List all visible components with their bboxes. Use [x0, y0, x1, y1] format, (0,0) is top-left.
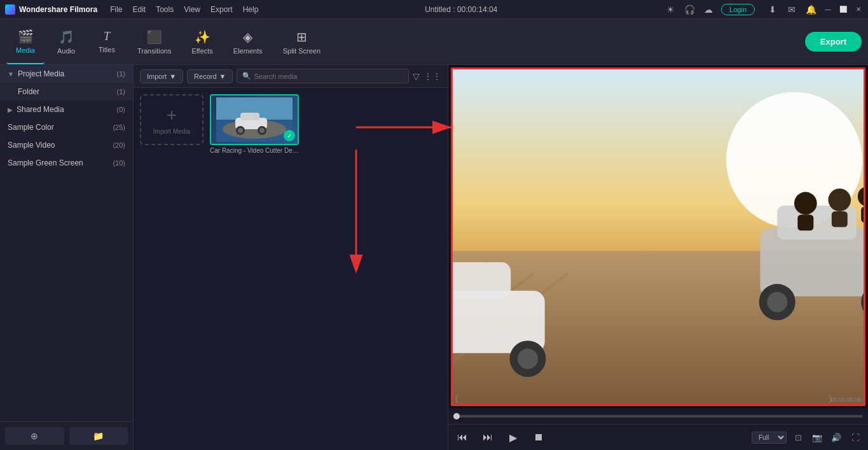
- svg-rect-27: [861, 207, 864, 223]
- export-button[interactable]: Export: [805, 32, 862, 52]
- media-thumb-inner: ✓: [211, 95, 298, 144]
- sample-color-label: Sample Color: [8, 123, 54, 132]
- preview-controls: ⏮ ⏭ ▶ ⏹ Full 75% 50% 25% ⊡ 📷 🔊 ⛶: [448, 424, 868, 450]
- fullscreen-button[interactable]: ⛶: [848, 430, 863, 445]
- toolbar-elements-label: Elements: [233, 47, 263, 55]
- toolbar: 🎬 Media 🎵 Audio T Titles ⬛ Transitions ✨…: [0, 19, 868, 65]
- notification-icon[interactable]: 🔔: [804, 3, 817, 16]
- toolbar-titles[interactable]: T Titles: [88, 19, 126, 64]
- sidebar-item-sample-color[interactable]: Sample Color (25): [0, 118, 133, 136]
- app-title: Wondershare Filmora: [19, 5, 97, 14]
- media-content: + Import Media: [134, 88, 448, 450]
- transitions-icon: ⬛: [146, 29, 162, 45]
- project-media-count: (1): [117, 70, 125, 78]
- sidebar-item-sample-video[interactable]: Sample Video (20): [0, 136, 133, 154]
- screenshot-button[interactable]: 📷: [809, 430, 825, 445]
- toolbar-transitions[interactable]: ⬛ Transitions: [128, 19, 180, 64]
- record-button[interactable]: Record ▼: [187, 69, 233, 83]
- thumb-car-svg: [216, 97, 293, 142]
- svg-point-33: [518, 349, 538, 369]
- project-media-label: Project Media: [18, 69, 64, 78]
- prev-frame-button[interactable]: ⏮: [453, 428, 471, 446]
- cloud-icon[interactable]: ☁: [702, 3, 715, 16]
- folder-count: (1): [117, 88, 125, 95]
- import-button[interactable]: Import ▼: [140, 69, 183, 83]
- media-icon: 🎬: [18, 29, 34, 44]
- media-item[interactable]: ✓ Car Racing - Video Cutter Demo: [210, 94, 299, 154]
- menu-bar: File Edit Tools View Export Help: [110, 5, 258, 14]
- sidebar-item-folder[interactable]: Folder (1): [0, 83, 133, 101]
- top-icons: ☀ 🎧 ☁ Login ⬇ ✉ 🔔 — ⬜ ✕: [664, 3, 863, 16]
- toolbar-splitscreen[interactable]: ⊞ Split Screen: [274, 19, 329, 64]
- preview-timeline[interactable]: [448, 409, 868, 424]
- svg-point-8: [259, 128, 265, 133]
- menu-file[interactable]: File: [110, 5, 122, 14]
- toolbar-media[interactable]: 🎬 Media: [6, 19, 45, 64]
- record-label: Record: [194, 73, 216, 80]
- folder-label: Folder: [18, 87, 39, 96]
- sidebar-item-sample-green[interactable]: Sample Green Screen (10): [0, 154, 133, 172]
- media-checked-icon: ✓: [284, 130, 295, 141]
- panel-import-folder-button[interactable]: 📁: [69, 427, 128, 445]
- svg-rect-23: [797, 214, 813, 230]
- toolbar-audio-label: Audio: [57, 47, 75, 55]
- time-bracket-left: {: [455, 394, 458, 403]
- sample-video-label: Sample Video: [8, 141, 55, 150]
- panel-bottom: ⊕ 📁: [0, 421, 133, 450]
- headphone-icon[interactable]: 🎧: [683, 3, 696, 16]
- logo-icon: [5, 4, 15, 15]
- svg-point-22: [794, 192, 817, 215]
- title-bar: Wondershare Filmora File Edit Tools View…: [0, 0, 868, 19]
- sample-green-count: (10): [113, 159, 125, 167]
- login-button[interactable]: Login: [721, 4, 755, 15]
- import-media-area[interactable]: + Import Media: [140, 94, 203, 145]
- zoom-select[interactable]: Full 75% 50% 25%: [752, 432, 787, 444]
- menu-edit[interactable]: Edit: [132, 5, 146, 14]
- filter-icon[interactable]: ▽: [413, 71, 420, 81]
- shared-media-count: (0): [117, 106, 125, 113]
- media-panel: Import ▼ Record ▼ 🔍 ▽ ⋮⋮ + Import Media: [134, 65, 448, 450]
- maximize-button[interactable]: ⬜: [839, 5, 848, 14]
- media-toolbar: Import ▼ Record ▼ 🔍 ▽ ⋮⋮: [134, 65, 448, 88]
- main-content: ▼ Project Media (1) Folder (1) ▶ Shared …: [0, 65, 868, 450]
- step-back-button[interactable]: ⏭: [479, 428, 497, 446]
- toolbar-effects[interactable]: ✨ Effects: [183, 19, 221, 64]
- play-button[interactable]: ▶: [504, 428, 522, 446]
- toolbar-splitscreen-label: Split Screen: [283, 47, 320, 55]
- media-thumbnail: ✓: [210, 94, 299, 145]
- menu-help[interactable]: Help: [243, 5, 259, 14]
- plus-icon: +: [167, 105, 177, 125]
- import-label: Import: [147, 73, 167, 80]
- sidebar-item-shared-media[interactable]: ▶ Shared Media (0): [0, 101, 133, 118]
- grid-view-icon[interactable]: ⋮⋮: [424, 71, 441, 81]
- preview-scene-svg: [453, 69, 864, 404]
- search-box: 🔍: [237, 69, 409, 83]
- effects-icon: ✨: [195, 29, 210, 45]
- minimize-button[interactable]: —: [823, 5, 832, 14]
- menu-view[interactable]: View: [184, 5, 200, 14]
- splitscreen-icon: ⊞: [296, 29, 307, 45]
- import-dropdown-icon: ▼: [169, 73, 176, 80]
- preview-progress-bar[interactable]: [453, 415, 863, 418]
- fit-preview-button[interactable]: ⊡: [790, 430, 806, 445]
- menu-tools[interactable]: Tools: [156, 5, 174, 14]
- toolbar-transitions-label: Transitions: [137, 47, 171, 55]
- download-icon[interactable]: ⬇: [766, 3, 779, 16]
- app-logo: Wondershare Filmora: [5, 4, 97, 15]
- menu-export[interactable]: Export: [210, 5, 233, 14]
- audio-button[interactable]: 🔊: [829, 430, 844, 445]
- close-button[interactable]: ✕: [854, 5, 863, 14]
- progress-thumb[interactable]: [453, 413, 460, 419]
- stop-button[interactable]: ⏹: [530, 428, 548, 446]
- svg-rect-29: [453, 262, 511, 299]
- sidebar-item-project-media[interactable]: ▼ Project Media (1): [0, 65, 133, 83]
- search-input[interactable]: [254, 73, 403, 80]
- toolbar-audio[interactable]: 🎵 Audio: [47, 19, 85, 64]
- brightness-icon[interactable]: ☀: [664, 3, 677, 16]
- titles-icon: T: [104, 30, 110, 43]
- panel-new-folder-button[interactable]: ⊕: [5, 427, 64, 445]
- panel-sections: ▼ Project Media (1) Folder (1) ▶ Shared …: [0, 65, 133, 172]
- mail-icon[interactable]: ✉: [785, 3, 798, 16]
- toolbar-elements[interactable]: ◈ Elements: [224, 19, 272, 64]
- video-frame: [453, 69, 864, 404]
